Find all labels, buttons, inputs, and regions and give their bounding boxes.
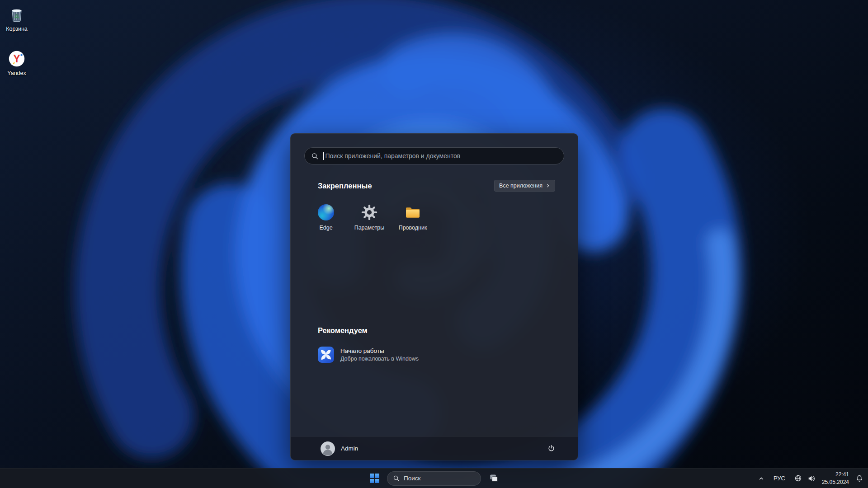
recommended-item-get-started[interactable]: Начало работы Добро пожаловать в Windows (311, 342, 460, 368)
language-indicator[interactable]: РУС (767, 470, 792, 487)
taskbar-search-placeholder: Поиск (404, 475, 420, 482)
start-menu-panel: Поиск приложений, параметров и документо… (290, 133, 578, 460)
start-menu-footer: Admin (291, 436, 578, 460)
folder-icon (405, 204, 421, 221)
user-profile-button[interactable]: Admin (318, 439, 363, 458)
windows-logo-icon (370, 474, 379, 483)
pinned-app-edge[interactable]: Edge (304, 201, 348, 235)
search-icon (311, 152, 319, 160)
pinned-app-explorer[interactable]: Проводник (391, 201, 434, 235)
network-button[interactable] (792, 470, 805, 487)
task-view-button[interactable] (485, 469, 503, 488)
notification-bell-icon (855, 474, 863, 483)
pinned-app-label: Параметры (354, 225, 385, 231)
chevron-right-icon (546, 183, 550, 188)
tray-overflow-button[interactable] (755, 470, 767, 487)
volume-button[interactable] (805, 470, 818, 487)
settings-gear-icon (361, 204, 377, 221)
taskbar-search-box[interactable]: Поиск (387, 471, 481, 486)
pinned-app-label: Проводник (399, 225, 427, 231)
text-caret (323, 152, 324, 160)
all-apps-button[interactable]: Все приложения (494, 180, 555, 192)
desktop: Корзина Y Yandex Поиск приложений, парам… (0, 0, 868, 488)
pinned-app-settings[interactable]: Параметры (348, 201, 391, 235)
pinned-app-label: Edge (319, 225, 332, 231)
volume-icon (807, 474, 816, 483)
desktop-icon-recycle-bin[interactable]: Корзина (0, 5, 38, 32)
desktop-icon-yandex[interactable]: Y Yandex (0, 50, 38, 76)
all-apps-label: Все приложения (499, 183, 542, 189)
start-search-placeholder: Поиск приложений, параметров и документо… (326, 152, 461, 160)
system-tray: РУС 22:41 25.05.2024 (755, 469, 866, 488)
task-view-icon (489, 474, 499, 483)
clock-date: 25.05.2024 (822, 479, 849, 486)
language-label: РУС (770, 475, 789, 482)
power-icon (547, 444, 556, 453)
start-search-input[interactable]: Поиск приложений, параметров и документо… (304, 147, 564, 164)
recommended-section-header: Рекомендуем (318, 326, 368, 335)
recommended-item-subtitle: Добро пожаловать в Windows (340, 356, 419, 362)
notification-center-button[interactable] (853, 470, 866, 487)
chevron-up-icon (758, 475, 764, 482)
get-started-icon (318, 347, 334, 363)
edge-icon (318, 204, 334, 221)
clock[interactable]: 22:41 25.05.2024 (818, 470, 853, 487)
user-name: Admin (341, 445, 358, 452)
power-button[interactable] (542, 440, 560, 457)
desktop-icon-label: Корзина (6, 26, 28, 32)
clock-time: 22:41 (822, 471, 849, 478)
desktop-icon-label: Yandex (7, 70, 26, 76)
recycle-bin-icon (8, 5, 26, 23)
network-globe-icon (794, 474, 802, 482)
pinned-section-header: Закрепленные (318, 182, 372, 190)
search-icon (393, 475, 400, 482)
taskbar: Поиск РУС (0, 468, 868, 488)
recommended-item-title: Начало работы (340, 347, 419, 354)
user-avatar (321, 441, 335, 456)
yandex-icon: Y (8, 50, 26, 68)
pinned-apps-grid: Edge (304, 201, 434, 235)
start-button[interactable] (365, 469, 383, 488)
